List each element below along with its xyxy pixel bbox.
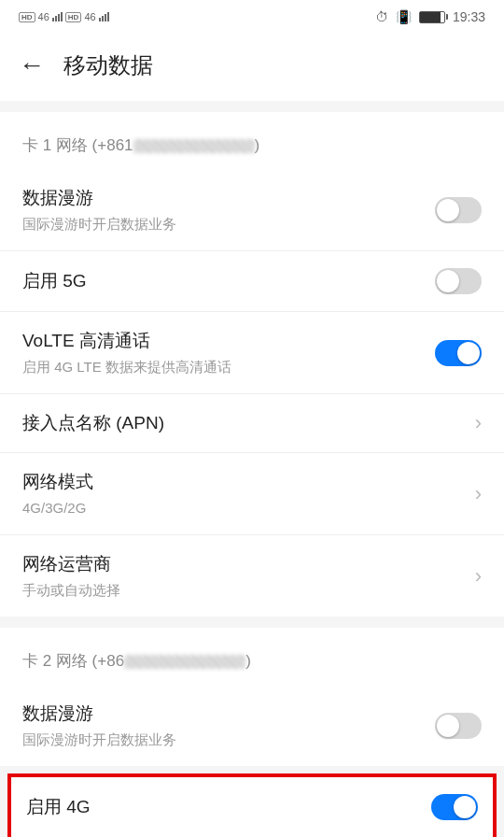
sim1-volte-row[interactable]: VoLTE 高清通话 启用 4G LTE 数据来提供高清通话 [0, 312, 504, 394]
row-title: VoLTE 高清通话 [22, 329, 435, 353]
sim2-section-header: 卡 2 网络 (+86) [0, 628, 504, 685]
clock: 19:33 [453, 9, 485, 24]
sim2-data-roaming-row[interactable]: 数据漫游 国际漫游时开启数据业务 [0, 685, 504, 766]
status-bar: HD 46 HD 46 ⏱ 📳 19:33 [0, 0, 504, 34]
highlighted-section: 启用 4G VoLTE 高清通话 启用前应先向运营商确认已开通此功能，否则可能影… [7, 773, 497, 837]
redacted-number [133, 139, 255, 153]
alarm-icon: ⏱ [375, 9, 388, 24]
row-subtitle: 国际漫游时开启数据业务 [22, 730, 435, 749]
sim1-5g-toggle[interactable] [435, 268, 482, 294]
sim1-roaming-toggle[interactable] [435, 197, 482, 223]
vibrate-icon: 📳 [396, 9, 412, 24]
back-button[interactable]: ← [19, 50, 45, 80]
sim1-volte-toggle[interactable] [435, 340, 482, 366]
sim1-carrier-row[interactable]: 网络运营商 手动或自动选择 › [0, 535, 504, 617]
row-subtitle: 4G/3G/2G [22, 498, 475, 518]
signal-icon [52, 12, 63, 21]
row-subtitle: 手动或自动选择 [22, 580, 475, 600]
redacted-number [124, 655, 245, 669]
chevron-right-icon: › [475, 411, 482, 435]
sim2-label: 卡 2 网络 (+86 [22, 652, 124, 670]
signal-icon [99, 12, 109, 21]
row-title: 数据漫游 [22, 702, 435, 726]
sim1-label: 卡 1 网络 (+861 [22, 136, 133, 154]
row-title: 启用 4G [26, 795, 431, 819]
sim1-section-header: 卡 1 网络 (+861) [0, 112, 504, 169]
chevron-right-icon: › [475, 482, 482, 506]
row-title: 网络运营商 [22, 552, 475, 576]
chevron-right-icon: › [475, 564, 482, 589]
row-title: 启用 5G [22, 269, 435, 293]
hd-icon: HD [19, 12, 35, 22]
row-title: 接入点名称 (APN) [22, 411, 475, 435]
sim1-data-roaming-row[interactable]: 数据漫游 国际漫游时开启数据业务 [0, 169, 504, 251]
row-subtitle: 国际漫游时开启数据业务 [22, 214, 435, 234]
sim2-4g-toggle[interactable] [431, 794, 478, 820]
sim1-network-mode-row[interactable]: 网络模式 4G/3G/2G › [0, 453, 504, 535]
sim2-enable-4g-row[interactable]: 启用 4G [11, 777, 493, 837]
sim2-label-suffix: ) [245, 652, 251, 670]
hd-icon: HD [65, 12, 82, 22]
net-label: 46 [84, 11, 95, 22]
row-title: 网络模式 [22, 470, 475, 494]
page-header: ← 移动数据 [0, 34, 504, 101]
battery-icon [419, 11, 445, 23]
sim1-label-suffix: ) [255, 136, 260, 154]
sim1-apn-row[interactable]: 接入点名称 (APN) › [0, 394, 504, 453]
page-title: 移动数据 [63, 50, 153, 80]
row-title: 数据漫游 [22, 186, 435, 210]
net-label: 46 [38, 11, 49, 22]
status-left: HD 46 HD 46 [19, 11, 109, 22]
sim1-enable-5g-row[interactable]: 启用 5G [0, 251, 504, 312]
row-subtitle: 启用 4G LTE 数据来提供高清通话 [22, 357, 435, 376]
status-right: ⏱ 📳 19:33 [375, 9, 485, 24]
sim2-roaming-toggle[interactable] [435, 713, 482, 739]
